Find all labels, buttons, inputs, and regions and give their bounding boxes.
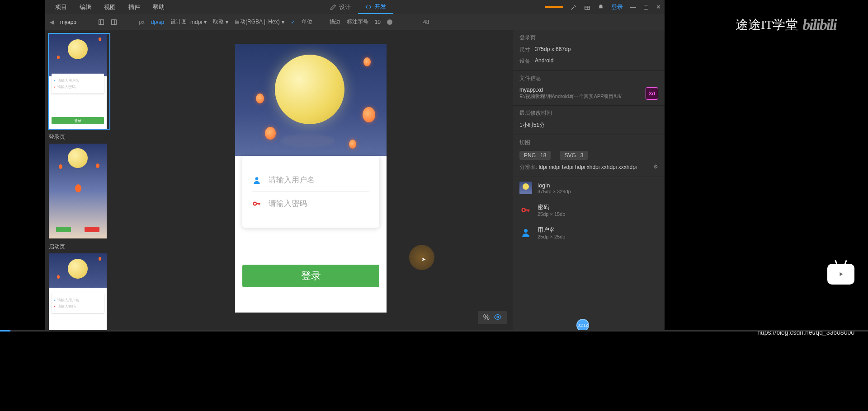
unit-checkbox[interactable]: ✓ bbox=[291, 19, 295, 25]
user-icon bbox=[520, 227, 531, 238]
login-button[interactable]: 登录 bbox=[242, 265, 379, 287]
moon-graphic bbox=[275, 55, 344, 124]
toolbar: ◀ myapp px dp/sp 设计图 mdpi ▾ 取整 ▾ 自动(RGBA… bbox=[45, 14, 665, 30]
pencil-icon bbox=[330, 4, 336, 10]
png-badge[interactable]: PNG 18 bbox=[519, 151, 551, 160]
annotation-font-value: 10 bbox=[375, 19, 381, 25]
panel-right-icon[interactable] bbox=[111, 19, 117, 25]
filepath: E:/视频教程/用Android写一个真实APP项目/UI/ bbox=[519, 93, 622, 100]
eye-icon[interactable] bbox=[494, 313, 501, 321]
artboard-thumb-3[interactable]: ▪请输入用户名 ▪请输入密码 bbox=[48, 252, 110, 331]
size-value: 375dp x 667dp bbox=[535, 46, 571, 54]
svg-badge[interactable]: SVG 3 bbox=[560, 151, 588, 160]
project-name: myapp bbox=[60, 19, 76, 25]
bilibili-tv-icon[interactable] bbox=[827, 264, 854, 285]
menu-help[interactable]: 帮助 bbox=[146, 3, 171, 11]
rounding-dropdown[interactable]: 取整 ▾ bbox=[213, 18, 228, 26]
annotation-label: 描边 bbox=[330, 18, 340, 26]
svg-point-8 bbox=[497, 316, 499, 318]
login-card: 请输入用户名 请输入密码 bbox=[242, 156, 379, 228]
app-window: 项目 编辑 视图 插件 帮助 设计 开发 登录 — ✕ ◀ myapp bbox=[45, 0, 665, 331]
gift-icon[interactable] bbox=[584, 4, 590, 10]
hero-image bbox=[235, 44, 387, 156]
svg-point-9 bbox=[522, 208, 525, 211]
login-link[interactable]: 登录 bbox=[611, 3, 623, 11]
annotation-font-label: 标注字号 bbox=[347, 18, 368, 26]
key-icon bbox=[521, 205, 531, 215]
lantern-graphic bbox=[265, 127, 276, 140]
time-badge: 01:12 bbox=[576, 319, 589, 332]
bell-icon[interactable] bbox=[598, 4, 604, 10]
cloud-graphic bbox=[280, 134, 335, 148]
device-value: Android bbox=[535, 57, 553, 65]
key-icon bbox=[252, 199, 261, 208]
chevron-down-icon: ▾ bbox=[282, 19, 284, 25]
menubar: 项目 编辑 视图 插件 帮助 设计 开发 登录 — ✕ bbox=[45, 0, 665, 14]
slices-header: 切图 bbox=[519, 139, 658, 149]
inspector-panel: 登录页 尺寸 375dp x 667dp 设备 Android 文件信息 mya… bbox=[513, 30, 665, 331]
zoom-slider[interactable] bbox=[387, 19, 392, 25]
svg-marker-11 bbox=[840, 272, 843, 276]
username-placeholder: 请输入用户名 bbox=[269, 175, 315, 185]
dropper-icon[interactable] bbox=[571, 4, 577, 10]
modified-value: 1小时51分 bbox=[519, 120, 658, 131]
canvas[interactable]: 请输入用户名 请输入密码 登录 ➤ % bbox=[113, 30, 513, 331]
artboard-thumb-login[interactable]: ▪请输入用户名 ▪请输入密码 登录 bbox=[48, 33, 110, 130]
xd-file-icon: Xd bbox=[646, 87, 658, 100]
lantern-graphic bbox=[349, 140, 356, 149]
code-icon bbox=[365, 4, 372, 10]
menu-plugin[interactable]: 插件 bbox=[122, 3, 146, 11]
orange-indicator bbox=[545, 6, 563, 8]
user-icon bbox=[252, 176, 261, 185]
panel-icon[interactable] bbox=[98, 19, 104, 25]
back-button[interactable]: ◀ bbox=[50, 19, 54, 25]
mode-develop-tab[interactable]: 开发 bbox=[358, 0, 393, 14]
artboard-name-header: 登录页 bbox=[519, 34, 658, 44]
svg-point-7 bbox=[254, 202, 257, 205]
slice-item-user[interactable]: 用户名 25dp × 25dp bbox=[513, 221, 665, 244]
menu-view[interactable]: 视图 bbox=[98, 3, 122, 11]
maximize-icon[interactable] bbox=[643, 5, 649, 10]
svg-rect-2 bbox=[99, 19, 104, 24]
cursor-icon: ➤ bbox=[421, 256, 426, 262]
density-dropdown[interactable]: 设计图 mdpi ▾ bbox=[170, 18, 207, 26]
slice-item-login[interactable]: login 375dp × 329dp bbox=[513, 177, 665, 199]
svg-point-10 bbox=[524, 229, 528, 233]
percent-tool[interactable]: % bbox=[483, 313, 490, 322]
password-placeholder: 请输入密码 bbox=[269, 198, 307, 209]
minimize-icon[interactable]: — bbox=[630, 4, 636, 10]
menu-project[interactable]: 项目 bbox=[49, 3, 73, 11]
brand-overlay: 途途IT学堂 bilibili bbox=[736, 16, 836, 33]
filename: myapp.xd bbox=[519, 87, 622, 93]
zoom-value: 48 bbox=[423, 19, 429, 25]
menu-edit[interactable]: 编辑 bbox=[73, 3, 98, 11]
window-controls: 登录 — ✕ bbox=[571, 3, 661, 11]
color-format-dropdown[interactable]: 自动(RGBA || Hex) ▾ bbox=[235, 18, 284, 26]
file-info-header: 文件信息 bbox=[519, 75, 658, 85]
close-icon[interactable]: ✕ bbox=[656, 4, 661, 10]
gear-icon[interactable]: ⚙ bbox=[653, 163, 658, 171]
unit-dpsp[interactable]: dp/sp bbox=[151, 19, 164, 25]
svg-rect-1 bbox=[644, 5, 648, 9]
chevron-down-icon: ▾ bbox=[226, 19, 228, 25]
slice-item-password[interactable]: 密码 25dp × 15dp bbox=[513, 199, 665, 221]
svg-point-6 bbox=[255, 177, 259, 180]
svg-rect-4 bbox=[112, 19, 117, 24]
artboard-thumb-launch[interactable] bbox=[48, 143, 110, 239]
lantern-graphic bbox=[363, 57, 371, 66]
password-field[interactable]: 请输入密码 bbox=[252, 191, 369, 215]
bilibili-logo: bilibili bbox=[802, 16, 836, 33]
canvas-tools: % bbox=[478, 311, 507, 324]
username-field[interactable]: 请输入用户名 bbox=[252, 168, 369, 191]
resolutions-list: ldpi mdpi tvdpi hdpi xhdpi xxhdpi xxxhdp… bbox=[539, 164, 637, 170]
modified-header: 最后修改时间 bbox=[519, 109, 658, 120]
lantern-graphic bbox=[363, 107, 375, 122]
artboard-login[interactable]: 请输入用户名 请输入密码 登录 bbox=[235, 44, 387, 313]
video-progress-bar[interactable] bbox=[0, 330, 868, 332]
chevron-down-icon: ▾ bbox=[204, 19, 207, 25]
mode-design-tab[interactable]: 设计 bbox=[323, 0, 358, 14]
unit-px[interactable]: px bbox=[139, 19, 145, 25]
artboard-label: 启动页 bbox=[48, 241, 110, 252]
artboard-panel: ▪请输入用户名 ▪请输入密码 登录 登录页 bbox=[45, 30, 113, 331]
lantern-graphic bbox=[256, 93, 264, 103]
